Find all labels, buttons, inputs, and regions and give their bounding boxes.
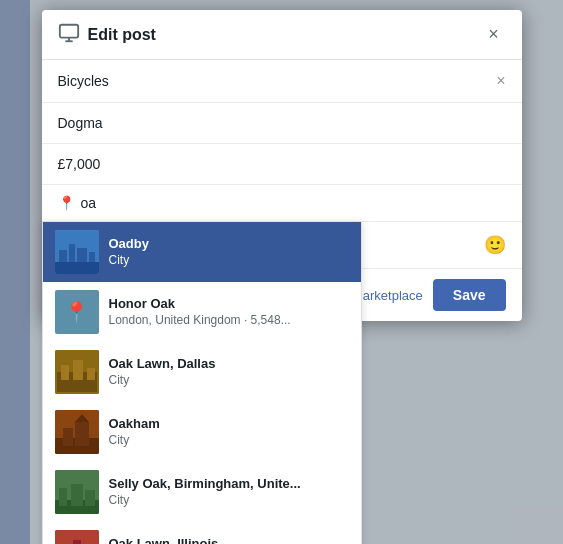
autocomplete-name-oakham: Oakham [109,416,349,433]
location-row: 📍 [42,185,522,222]
autocomplete-name-selly-oak: Selly Oak, Birmingham, Unite... [109,476,349,493]
description-field-row: Dogma [42,103,522,144]
autocomplete-dropdown: Oadby City 📍 Honor Oak London, United Ki… [42,221,362,544]
autocomplete-info-oakham: Oakham City [109,416,349,448]
autocomplete-sub-oak-lawn-dallas: City [109,373,349,389]
autocomplete-name-oak-lawn-il: Oak Lawn, Illinois [109,536,349,544]
autocomplete-sub-oakham: City [109,433,349,449]
autocomplete-name-oadby: Oadby [109,236,349,253]
location-pin-icon: 📍 [58,195,75,211]
svg-rect-0 [59,25,77,38]
modal-header-left: Edit post [58,22,156,47]
description-value: Dogma [58,115,103,131]
autocomplete-info-selly-oak: Selly Oak, Birmingham, Unite... City [109,476,349,508]
emoji-button[interactable]: 🙂 [484,234,506,256]
svg-rect-11 [61,365,69,380]
autocomplete-thumb-oak-lawn-il [55,530,99,544]
autocomplete-item-oak-lawn-dallas[interactable]: Oak Lawn, Dallas City [43,342,361,402]
svg-rect-5 [69,244,75,262]
modal-backdrop: Edit post × Bicycles × Dogma £7,000 📍 [0,0,563,544]
save-button[interactable]: Save [433,279,506,311]
post-icon [58,22,80,47]
svg-rect-27 [73,540,81,544]
autocomplete-item-oadby[interactable]: Oadby City [43,222,361,282]
autocomplete-name-oak-lawn-dallas: Oak Lawn, Dallas [109,356,349,373]
category-value: Bicycles [58,73,109,89]
autocomplete-item-selly-oak[interactable]: Selly Oak, Birmingham, Unite... City [43,462,361,522]
svg-rect-16 [63,428,73,446]
autocomplete-sub-selly-oak: City [109,493,349,509]
svg-rect-23 [85,490,95,506]
autocomplete-name-honor-oak: Honor Oak [109,296,349,313]
autocomplete-item-oakham[interactable]: Oakham City [43,402,361,462]
price-value: £7,000 [58,156,101,172]
edit-post-modal: Edit post × Bicycles × Dogma £7,000 📍 [42,10,522,321]
svg-rect-13 [87,368,95,380]
autocomplete-info-oak-lawn-dallas: Oak Lawn, Dallas City [109,356,349,388]
modal-title: Edit post [88,26,156,44]
modal-header: Edit post × [42,10,522,60]
svg-rect-12 [73,360,83,380]
category-field-row: Bicycles × [42,60,522,103]
autocomplete-sub-honor-oak: London, United Kingdom · 5,548... [109,313,349,329]
svg-rect-22 [71,484,83,506]
category-clear-button[interactable]: × [496,72,505,90]
autocomplete-thumb-oakham [55,410,99,454]
svg-rect-7 [89,252,95,262]
autocomplete-thumb-honor-oak: 📍 [55,290,99,334]
autocomplete-thumb-oadby [55,230,99,274]
svg-rect-8 [55,262,99,274]
svg-rect-21 [59,488,67,506]
autocomplete-item-honor-oak[interactable]: 📍 Honor Oak London, United Kingdom · 5,5… [43,282,361,342]
autocomplete-info-oak-lawn-il: Oak Lawn, Illinois City [109,536,349,544]
autocomplete-info-oadby: Oadby City [109,236,349,268]
svg-rect-6 [77,248,87,262]
location-input[interactable] [81,195,506,211]
modal-close-button[interactable]: × [482,23,506,47]
marketplace-label: Marketplace [352,288,423,303]
price-field-row: £7,000 [42,144,522,185]
autocomplete-thumb-oak-lawn-dallas [55,350,99,394]
svg-rect-17 [75,422,89,446]
autocomplete-sub-oadby: City [109,253,349,269]
svg-rect-4 [59,250,67,262]
autocomplete-item-oak-lawn-il[interactable]: Oak Lawn, Illinois City [43,522,361,544]
autocomplete-thumb-selly-oak [55,470,99,514]
honor-oak-pin-icon: 📍 [64,300,89,324]
modal-body: Bicycles × Dogma £7,000 📍 [42,60,522,269]
autocomplete-info-honor-oak: Honor Oak London, United Kingdom · 5,548… [109,296,349,328]
